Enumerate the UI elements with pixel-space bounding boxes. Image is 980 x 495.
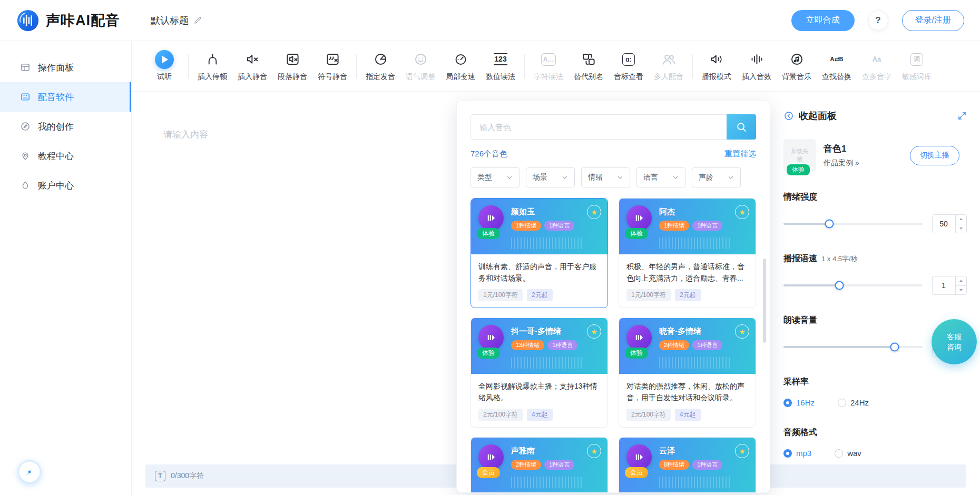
toolbar-item[interactable]: 指定发音 xyxy=(360,51,400,82)
voice-name: 晓音-多情绪 xyxy=(659,326,701,336)
edit-pencil-icon[interactable] xyxy=(193,16,202,25)
collapse-panel-icon[interactable] xyxy=(783,111,794,121)
filter-dropdown[interactable]: 类型 xyxy=(471,167,520,187)
favorite-star-icon[interactable]: ★ xyxy=(735,444,749,458)
emotion-intensity-slider[interactable] xyxy=(783,223,923,225)
slider-handle[interactable] xyxy=(890,343,899,352)
toolbar-divider xyxy=(356,54,357,78)
switch-anchor-button[interactable]: 切换主播 xyxy=(910,146,959,165)
sidebar-item[interactable]: 我的创作 xyxy=(0,112,131,141)
voice-avatar[interactable] xyxy=(478,325,504,350)
voice-search-input[interactable] xyxy=(471,114,727,140)
sensitive-words-icon: 词 xyxy=(910,51,923,68)
filter-label: 情绪 xyxy=(588,173,603,182)
toolbar-item[interactable]: 局部变速 xyxy=(440,51,481,82)
toolbar-divider xyxy=(524,54,525,78)
toolbar-item[interactable]: 替代别名 xyxy=(569,51,609,82)
sidebar-item[interactable]: 操作面板 xyxy=(0,53,131,82)
filter-label: 语言 xyxy=(643,173,658,182)
toolbar-item[interactable]: 符号静音 xyxy=(312,51,352,82)
toolbar-item[interactable]: 插入静音 xyxy=(232,51,272,82)
volume-slider[interactable] xyxy=(783,346,923,348)
collapse-panel-label[interactable]: 收起面板 xyxy=(799,110,837,122)
sidebar-item[interactable]: 配音软件 xyxy=(0,82,131,112)
synthesize-button[interactable]: 立即合成 xyxy=(791,10,855,31)
voice-card[interactable]: 会员 云泽 8种情绪 1种语言 ★ xyxy=(619,437,756,493)
favorite-star-icon[interactable]: ★ xyxy=(587,205,601,219)
speech-rate-value[interactable] xyxy=(933,281,955,290)
voice-card[interactable]: 会员 声雅南 2种情绪 1种语言 ★ xyxy=(471,437,608,493)
stepper-down-icon[interactable] xyxy=(956,224,966,233)
toolbar-item[interactable]: A… 字符读法 xyxy=(528,51,569,82)
expand-arrows-icon[interactable] xyxy=(957,111,967,121)
favorite-star-icon[interactable]: ★ xyxy=(587,444,601,458)
pronounce-icon xyxy=(374,51,388,68)
voice-card[interactable]: 体验 抖一哥-多情绪 13种情绪 1种语言 ★ 全网影视解说爆款主播；支持13种… xyxy=(471,318,608,428)
toolbar-item[interactable]: 123 数值读法 xyxy=(481,51,521,82)
customer-service-button[interactable]: 客服咨询 xyxy=(932,319,977,364)
document-title[interactable]: 默认标题 xyxy=(151,14,202,27)
toolbar-item[interactable]: A⇄B 查找替换 xyxy=(817,51,857,82)
voice-avatar[interactable] xyxy=(626,325,652,350)
stepper-up-icon[interactable] xyxy=(956,215,966,224)
price-minimum: 2元起 xyxy=(675,289,701,301)
filter-dropdown[interactable]: 场景 xyxy=(526,167,575,187)
compass-helper-icon[interactable] xyxy=(17,459,42,484)
audio-format-radio[interactable]: wav xyxy=(835,449,861,458)
toolbar-item[interactable]: 播报模式 xyxy=(697,51,737,82)
favorite-star-icon[interactable]: ★ xyxy=(587,324,601,339)
slider-handle[interactable] xyxy=(825,220,834,229)
filter-dropdown[interactable]: 情绪 xyxy=(581,167,630,187)
toolbar-item[interactable]: 插入音效 xyxy=(737,51,777,82)
help-icon[interactable]: ? xyxy=(868,11,888,31)
filter-dropdown[interactable]: 语言 xyxy=(636,167,685,187)
favorite-star-icon[interactable]: ★ xyxy=(735,205,749,219)
favorite-star-icon[interactable]: ★ xyxy=(735,324,749,339)
toolbar-item[interactable]: 多人配音 xyxy=(649,51,689,82)
multi-voice-icon xyxy=(662,51,676,68)
audio-format-options: mp3 wav xyxy=(783,449,967,458)
toolbar-item[interactable]: ɑ: 音标查看 xyxy=(609,51,649,82)
reset-filters-link[interactable]: 重置筛选 xyxy=(724,149,756,159)
voice-card-body: 对话类的强烈推荐，休闲、放松的声音，用于自发性对话和会议听录。 2元/100字符… xyxy=(619,374,756,427)
stepper-down-icon[interactable] xyxy=(956,285,966,295)
sample-rate-radio[interactable]: 24Hz xyxy=(838,398,869,407)
current-voice-row: 加载失败 体验 音色1 作品案例 » 切换主播 xyxy=(783,139,967,172)
alias-icon xyxy=(582,51,596,68)
price-per-chars: 1元/100字符 xyxy=(478,289,523,301)
language-count-tag: 1种语言 xyxy=(692,221,722,231)
speech-rate-slider[interactable] xyxy=(783,284,923,286)
emotion-intensity-value[interactable] xyxy=(933,220,955,228)
app-title: 声咔AI配音 xyxy=(46,11,120,30)
toolbar-item[interactable]: Āá 查多音字 xyxy=(857,51,897,82)
work-samples-link[interactable]: 作品案例 » xyxy=(824,159,859,168)
voice-card[interactable]: 体验 阿杰 1种情绪 1种语言 ★ 积极、年轻的男声，普通话标准，音色向上充满活… xyxy=(619,198,756,308)
voice-avatar[interactable] xyxy=(626,444,652,470)
sidebar-item[interactable]: 教程中心 xyxy=(0,141,131,171)
emotion-intensity-input xyxy=(932,214,967,233)
voice-prices: 1元/100字符 2元起 xyxy=(626,289,748,301)
filter-dropdown[interactable]: 声龄 xyxy=(692,167,741,187)
audio-format-radio[interactable]: mp3 xyxy=(783,449,811,458)
toolbar-item[interactable]: 插入停顿 xyxy=(192,51,232,82)
toolbar-item[interactable]: 词 敏感词库 xyxy=(897,51,937,82)
app-logo: 声咔AI配音 xyxy=(16,8,120,33)
toolbar-item-label: 局部变速 xyxy=(446,72,475,82)
stepper-up-icon[interactable] xyxy=(956,276,966,285)
toolbar-item[interactable]: 背景音乐 xyxy=(777,51,817,82)
sidebar: 操作面板 配音软件 我的创作 教程中心 账户中心 xyxy=(0,41,132,495)
slider-handle[interactable] xyxy=(835,281,844,290)
voice-card[interactable]: 体验 晓音-多情绪 2种情绪 1种语言 ★ 对话类的强烈推荐，休闲、放松的声音，… xyxy=(619,318,756,428)
voice-card[interactable]: 体验 颜如玉 1种情绪 1种语言 ★ 训练有素、舒适的声音，用于客户服务和对话场… xyxy=(471,198,608,308)
sample-rate-radio[interactable]: 16Hz xyxy=(783,398,815,407)
voice-avatar[interactable] xyxy=(478,205,504,231)
login-register-button[interactable]: 登录/注册 xyxy=(902,10,964,31)
toolbar-item[interactable]: 语气调整 xyxy=(400,51,440,82)
toolbar-item[interactable]: 试听 xyxy=(144,51,184,82)
search-button[interactable] xyxy=(727,114,756,140)
toolbar-item[interactable]: 段落静音 xyxy=(272,51,312,82)
sidebar-item[interactable]: 账户中心 xyxy=(0,171,131,200)
voice-avatar[interactable] xyxy=(626,205,652,231)
panel-scrollbar-thumb[interactable] xyxy=(763,259,766,343)
voice-avatar[interactable] xyxy=(478,444,504,470)
